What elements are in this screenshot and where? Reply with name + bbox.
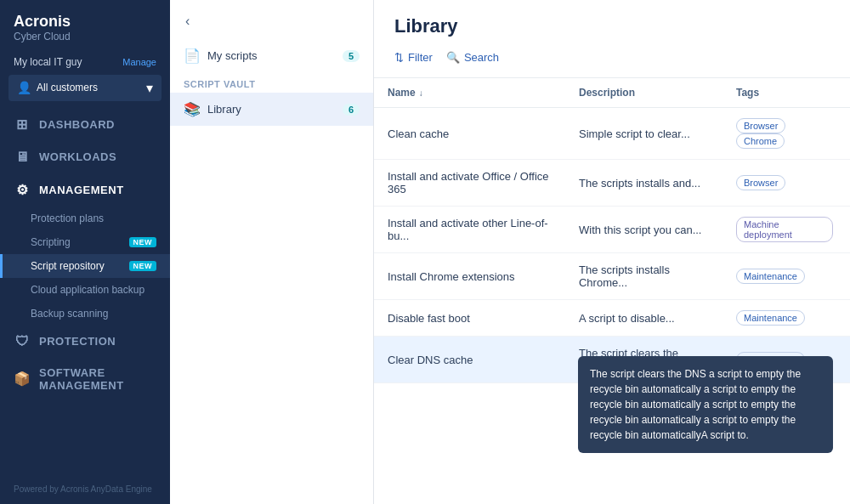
- footer-text: Powered by Acronis AnyData Engine: [14, 484, 152, 494]
- customer-selector[interactable]: 👤 All customers ▾: [8, 75, 162, 101]
- sort-icon: ↓: [419, 88, 423, 98]
- scripting-new-badge: NEW: [129, 237, 157, 247]
- customer-label: 👤 All customers: [17, 81, 98, 94]
- table-row[interactable]: Clean cacheSimple script to clear...Brow…: [374, 108, 850, 160]
- cell-description: The scripts installs and...: [565, 160, 722, 207]
- cell-tags: Machine deployment: [722, 207, 850, 253]
- sidebar-item-protection-plans[interactable]: Protection plans: [0, 207, 170, 230]
- scripts-table: Name ↓ Description Tags Clean cacheSimpl…: [374, 78, 850, 383]
- sidebar-item-workloads[interactable]: 🖥 WORKLOADS: [0, 141, 170, 173]
- cell-name: Clear DNS cache: [374, 337, 565, 383]
- library-label: Library: [207, 103, 241, 116]
- sidebar-item-dashboard[interactable]: ⊞ DASHBOARD: [0, 108, 170, 141]
- user-name: My local IT guy: [14, 56, 82, 68]
- sidebar-item-software-management[interactable]: 📦 SOFTWARE MANAGEMENT: [0, 358, 170, 400]
- cell-name: Disable fast boot: [374, 300, 565, 337]
- cell-description: Simple script to clear...: [565, 108, 722, 160]
- logo-sub: Cyber Cloud: [14, 31, 156, 42]
- page-title: Library: [394, 15, 830, 37]
- filter-icon: ⇅: [394, 51, 404, 64]
- cell-tags: Maintenance: [722, 300, 850, 337]
- sidebar-nav: ⊞ DASHBOARD 🖥 WORKLOADS ⚙ MANAGEMENT Pro…: [0, 108, 170, 474]
- col-tags: Tags: [722, 78, 850, 108]
- sidebar: Acronis Cyber Cloud My local IT guy Mana…: [0, 0, 170, 504]
- customer-icon: 👤: [17, 81, 31, 94]
- nav-dashboard-label: DASHBOARD: [39, 118, 115, 131]
- my-scripts-left: 📄 My scripts: [184, 48, 258, 64]
- cell-description: A script to disable...: [565, 300, 722, 337]
- tag: Chrome: [736, 133, 785, 149]
- sidebar-item-scripting[interactable]: Scripting NEW: [0, 230, 170, 254]
- logo-acronis: Acronis: [14, 14, 156, 31]
- protection-icon: 🛡: [14, 334, 31, 349]
- col-description: Description: [565, 78, 722, 108]
- script-repo-label: Script repository: [31, 260, 105, 272]
- sidebar-item-script-repository[interactable]: Script repository NEW: [0, 254, 170, 278]
- nav-software-label: SOFTWARE MANAGEMENT: [39, 366, 156, 392]
- workloads-icon: 🖥: [14, 150, 31, 165]
- filter-button[interactable]: ⇅ Filter: [394, 48, 433, 67]
- tag: Machine deployment: [736, 217, 833, 242]
- my-scripts-label: My scripts: [207, 49, 258, 62]
- search-label: Search: [464, 51, 499, 64]
- protection-plans-label: Protection plans: [31, 212, 104, 224]
- library-count: 6: [343, 104, 360, 116]
- manage-link[interactable]: Manage: [122, 57, 156, 67]
- cell-tags: BrowserChrome: [722, 108, 850, 160]
- back-button[interactable]: ‹: [184, 12, 191, 31]
- sidebar-item-protection[interactable]: 🛡 PROTECTION: [0, 326, 170, 358]
- main-header: Library ⇅ Filter 🔍 Search: [374, 0, 850, 78]
- sidebar-item-cloud-backup[interactable]: Cloud application backup: [0, 278, 170, 302]
- filter-label: Filter: [408, 51, 433, 64]
- middle-header: ‹: [170, 0, 373, 39]
- table-row[interactable]: Disable fast bootA script to disable...M…: [374, 300, 850, 337]
- table-row[interactable]: Install Chrome extensionsThe scripts ins…: [374, 253, 850, 300]
- management-icon: ⚙: [14, 182, 31, 198]
- script-repo-new-badge: NEW: [129, 261, 157, 271]
- cell-tags: Maintenance: [722, 253, 850, 300]
- nav-management-label: MANAGEMENT: [39, 184, 124, 196]
- nav-workloads-label: WORKLOADS: [39, 150, 116, 163]
- sidebar-item-management[interactable]: ⚙ MANAGEMENT: [0, 173, 170, 207]
- nav-protection-label: PROTECTION: [39, 335, 116, 348]
- sidebar-item-backup-scanning[interactable]: Backup scanning: [0, 302, 170, 326]
- middle-panel: ‹ 📄 My scripts 5 SCRIPT VAULT 📚 Library …: [170, 0, 374, 504]
- tag: Maintenance: [736, 269, 805, 284]
- logo-area: Acronis Cyber Cloud: [0, 0, 170, 53]
- customer-name: All customers: [37, 82, 98, 93]
- dashboard-icon: ⊞: [14, 116, 31, 133]
- cell-tags: Browser: [722, 160, 850, 207]
- tag: Browser: [736, 118, 785, 133]
- search-button[interactable]: 🔍 Search: [446, 48, 499, 67]
- my-scripts-count: 5: [343, 50, 360, 62]
- library-icon: 📚: [184, 101, 201, 117]
- table-row[interactable]: Install and activate other Line-of-bu...…: [374, 207, 850, 253]
- library-item[interactable]: 📚 Library 6: [170, 93, 373, 126]
- software-icon: 📦: [14, 371, 31, 387]
- toolbar: ⇅ Filter 🔍 Search: [394, 48, 830, 67]
- cell-name: Install and activate other Line-of-bu...: [374, 207, 565, 253]
- cell-name: Install Chrome extensions: [374, 253, 565, 300]
- table-body: Clean cacheSimple script to clear...Brow…: [374, 108, 850, 383]
- cloud-backup-label: Cloud application backup: [31, 284, 144, 296]
- sidebar-user: My local IT guy Manage: [0, 53, 170, 75]
- cell-name: Install and activate Office / Office 365: [374, 160, 565, 207]
- tooltip-popup: The script clears the DNS a script to em…: [578, 356, 833, 453]
- tag: Maintenance: [736, 310, 805, 326]
- chevron-down-icon: ▾: [146, 80, 153, 96]
- tooltip-text: The script clears the DNS a script to em…: [590, 368, 801, 441]
- cell-description: The scripts installs Chrome...: [565, 253, 722, 300]
- col-name[interactable]: Name ↓: [374, 78, 565, 108]
- backup-scanning-label: Backup scanning: [31, 308, 108, 320]
- sidebar-footer: Powered by Acronis AnyData Engine: [0, 474, 170, 504]
- main-content: Library ⇅ Filter 🔍 Search Name ↓: [374, 0, 850, 504]
- library-left: 📚 Library: [184, 101, 241, 117]
- scripts-icon: 📄: [184, 48, 201, 64]
- search-icon: 🔍: [446, 51, 460, 64]
- script-vault-label: SCRIPT VAULT: [170, 72, 373, 93]
- tag: Browser: [736, 175, 785, 190]
- scripting-label: Scripting: [31, 236, 71, 248]
- table-row[interactable]: Install and activate Office / Office 365…: [374, 160, 850, 207]
- table-head: Name ↓ Description Tags: [374, 78, 850, 108]
- my-scripts-item[interactable]: 📄 My scripts 5: [170, 39, 373, 72]
